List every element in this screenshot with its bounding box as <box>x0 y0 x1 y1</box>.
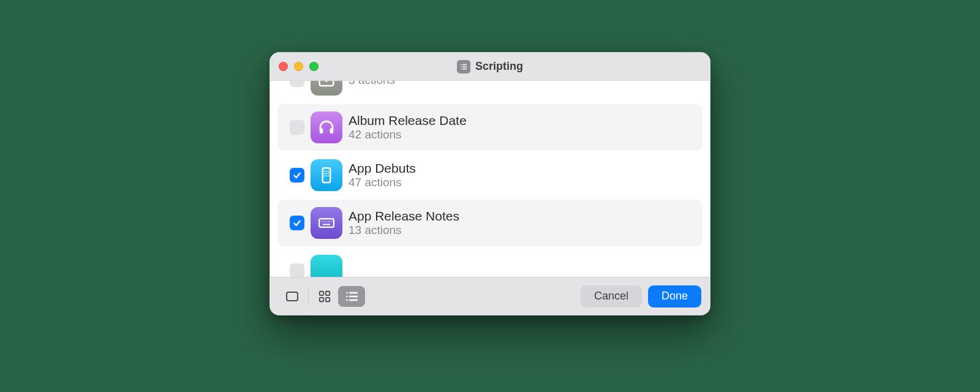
list-item-subtitle: 42 actions <box>349 129 467 141</box>
list-item[interactable]: Album Release Date 42 actions <box>277 104 703 151</box>
list-item-labels: 3 actions <box>349 81 395 86</box>
view-single-button[interactable] <box>279 286 306 307</box>
checkbox[interactable] <box>290 168 304 183</box>
svg-point-32 <box>346 295 348 297</box>
zoom-window-button[interactable] <box>309 62 318 71</box>
svg-rect-25 <box>287 292 298 301</box>
window-title-group: Scripting <box>457 60 523 74</box>
view-mode-group <box>279 286 365 307</box>
svg-rect-8 <box>323 168 331 183</box>
list-item[interactable] <box>277 247 703 277</box>
list-item-subtitle: 3 actions <box>349 81 395 86</box>
keyboard-icon <box>311 207 342 239</box>
svg-point-16 <box>326 175 327 176</box>
headphones-icon <box>311 111 342 143</box>
svg-rect-26 <box>320 291 323 295</box>
svg-point-23 <box>331 221 332 222</box>
app-icon <box>311 255 342 277</box>
list-icon <box>457 60 470 74</box>
list-item-subtitle: 47 actions <box>349 176 416 189</box>
svg-point-30 <box>346 292 348 293</box>
svg-point-14 <box>328 173 329 175</box>
svg-rect-27 <box>326 291 330 295</box>
list-item-labels: App Debuts 47 actions <box>349 161 416 189</box>
svg-rect-28 <box>320 297 323 301</box>
svg-point-11 <box>328 171 329 172</box>
checkbox[interactable] <box>290 263 304 277</box>
list-item[interactable]: App Release Notes 13 actions <box>277 200 703 246</box>
shortcut-list[interactable]: 3 actions Album Release Date 42 actions <box>270 81 710 277</box>
svg-point-17 <box>328 175 329 176</box>
list-item[interactable]: 3 actions <box>277 81 703 103</box>
list-item-subtitle: 13 actions <box>349 224 459 237</box>
svg-point-19 <box>322 221 323 222</box>
svg-point-9 <box>324 171 325 172</box>
traffic-lights <box>279 62 318 71</box>
list-item-title: Album Release Date <box>349 113 467 127</box>
svg-point-12 <box>324 173 325 175</box>
list-item-labels: Album Release Date 42 actions <box>349 113 467 141</box>
checkbox[interactable] <box>290 216 304 230</box>
svg-point-2 <box>461 66 461 67</box>
checkbox[interactable] <box>290 81 304 87</box>
list-item[interactable]: App Debuts 47 actions <box>277 152 703 198</box>
svg-point-10 <box>326 171 327 172</box>
separator <box>308 289 309 304</box>
svg-rect-18 <box>319 219 334 227</box>
close-window-button[interactable] <box>279 62 288 71</box>
list-item-title: App Debuts <box>349 161 416 175</box>
svg-point-4 <box>461 68 461 69</box>
svg-point-0 <box>461 64 461 64</box>
scripting-window: Scripting 3 actions <box>270 52 710 315</box>
view-list-button[interactable] <box>338 286 365 307</box>
svg-rect-6 <box>320 128 323 134</box>
minimize-window-button[interactable] <box>294 62 303 71</box>
svg-point-15 <box>324 175 325 176</box>
checkbox[interactable] <box>290 120 304 135</box>
view-grid-button[interactable] <box>311 286 338 307</box>
svg-point-20 <box>323 221 325 222</box>
footer-toolbar: Cancel Done <box>270 277 710 315</box>
list-item-labels: App Release Notes 13 actions <box>349 209 459 237</box>
app-icon <box>311 81 342 96</box>
svg-point-22 <box>328 221 330 222</box>
done-button[interactable]: Done <box>648 285 701 307</box>
svg-point-34 <box>346 299 348 301</box>
svg-point-21 <box>326 221 327 222</box>
list-item-title: App Release Notes <box>349 209 459 223</box>
phone-icon <box>311 159 342 191</box>
cancel-button[interactable]: Cancel <box>581 285 642 307</box>
svg-rect-29 <box>326 297 330 301</box>
svg-rect-7 <box>330 128 334 134</box>
titlebar: Scripting <box>270 53 710 81</box>
svg-point-13 <box>326 173 327 175</box>
window-title: Scripting <box>475 60 523 73</box>
